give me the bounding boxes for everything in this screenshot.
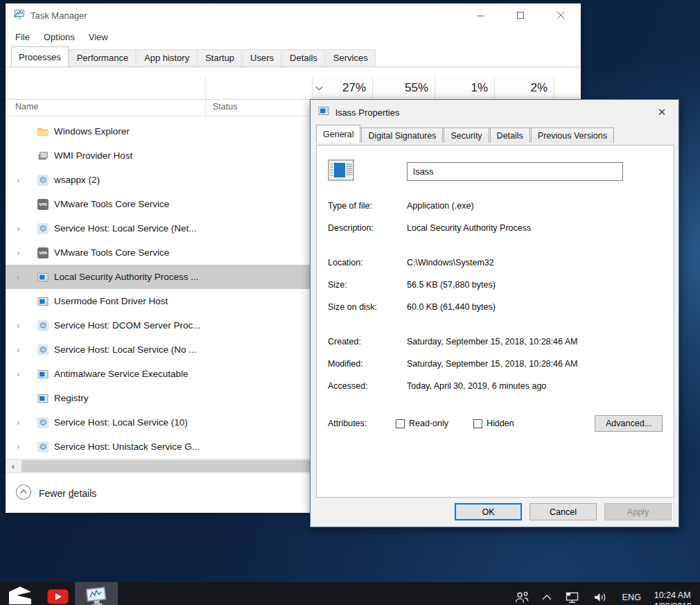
field-label: Modified:: [328, 359, 407, 369]
sort-chevron-down-icon: [315, 86, 323, 91]
minimize-button[interactable]: [460, 3, 500, 27]
advanced-button[interactable]: Advanced...: [595, 415, 663, 432]
window-icon: [37, 296, 49, 307]
tab-details[interactable]: Details: [282, 49, 325, 67]
taskbar-task-manager-button[interactable]: [75, 582, 118, 605]
chevron-up-circle-icon: [15, 484, 32, 503]
field-label: Location:: [328, 258, 407, 268]
dialog-tab-digital-signatures[interactable]: Digital Signatures: [361, 128, 443, 143]
column-header-network[interactable]: 2%: [494, 77, 554, 99]
folder-icon: [37, 126, 49, 137]
dialog-close-icon[interactable]: ✕: [655, 106, 669, 119]
window-icon: [37, 369, 49, 380]
column-header-disk[interactable]: 1%: [435, 77, 494, 99]
menu-item-options[interactable]: Options: [44, 32, 75, 42]
people-icon[interactable]: [508, 587, 536, 605]
column-header-status[interactable]: Status: [213, 102, 237, 112]
process-name: Registry: [54, 393, 89, 403]
column-header-memory[interactable]: 55%: [372, 77, 435, 99]
process-name: Service Host: Local Service (No ...: [54, 344, 197, 355]
task-manager-title: Task Manager: [30, 10, 87, 21]
expand-chevron-icon[interactable]: ›: [17, 418, 25, 427]
field-row-accessed: Accessed:Today, April 30, 2019, 6 minute…: [328, 375, 663, 397]
taskbar-youtube-button[interactable]: [40, 582, 75, 605]
dialog-titlebar: lsass Properties ✕: [310, 100, 679, 125]
column-header-cpu[interactable]: 27%: [312, 77, 372, 99]
field-row-description: Description:Local Security Authority Pro…: [328, 217, 663, 239]
chevron-up-icon[interactable]: [536, 587, 558, 605]
task-manager-app-icon: [14, 8, 25, 22]
maximize-button[interactable]: [500, 3, 541, 27]
menu-item-file[interactable]: File: [15, 32, 30, 42]
start-icon: [8, 586, 33, 605]
file-type-icon: [328, 159, 354, 184]
fewer-details-button[interactable]: Fewer details: [39, 488, 96, 499]
dialog-tab-general[interactable]: General: [316, 125, 360, 143]
dialog-tab-details[interactable]: Details: [490, 128, 530, 143]
clock-date: 4/30/2019: [653, 601, 692, 605]
section-separator: [328, 191, 663, 192]
task-manager-titlebar: Task Manager: [6, 3, 581, 27]
vm-icon: vm: [37, 199, 49, 210]
section-separator: [328, 327, 663, 328]
tab-processes[interactable]: Processes: [11, 46, 69, 67]
process-name: Antimalware Service Executable: [54, 369, 189, 379]
start-button[interactable]: [0, 582, 40, 605]
expand-chevron-icon[interactable]: ›: [17, 442, 25, 451]
field-label: Size:: [328, 280, 407, 290]
gear-icon: ⚙: [37, 441, 49, 453]
menu-item-view[interactable]: View: [89, 32, 108, 42]
field-label: Description:: [328, 223, 407, 233]
expand-chevron-icon[interactable]: ›: [17, 369, 25, 378]
field-value: Today, April 30, 2019, 6 minutes ago: [407, 381, 546, 391]
dialog-tab-security[interactable]: Security: [444, 128, 489, 143]
expand-chevron-icon[interactable]: ›: [17, 248, 25, 257]
process-name: Service Host: Local Service (10): [54, 417, 188, 428]
tab-users[interactable]: Users: [243, 49, 281, 67]
dialog-file-icon: [318, 105, 329, 119]
expand-chevron-icon[interactable]: ›: [17, 345, 25, 354]
dialog-tab-previous-versions[interactable]: Previous Versions: [531, 128, 614, 143]
gear-icon: ⚙: [37, 417, 49, 428]
attributes-row: Attributes: Read-only Hidden Advanced...: [328, 410, 663, 437]
speaker-icon[interactable]: [586, 587, 614, 605]
section-separator: [328, 406, 663, 407]
field-value: Application (.exe): [407, 201, 474, 211]
hidden-checkbox[interactable]: [473, 419, 482, 428]
wmi-icon: [37, 150, 49, 161]
network-icon[interactable]: [558, 587, 586, 605]
column-header-name[interactable]: Name: [15, 102, 38, 112]
field-row-size: Size:56.5 KB (57,880 bytes): [328, 274, 663, 296]
language-indicator[interactable]: ENG: [614, 593, 649, 602]
gear-icon: ⚙: [37, 320, 49, 331]
tab-strip: ProcessesPerformanceApp historyStartupUs…: [6, 46, 581, 67]
process-name: Service Host: Local Service (Net...: [54, 223, 197, 234]
window-icon: [37, 393, 49, 404]
cancel-button[interactable]: Cancel: [530, 503, 597, 520]
scroll-left-arrow[interactable]: ‹: [6, 459, 21, 473]
dialog-tab-strip: GeneralDigital SignaturesSecurityDetails…: [310, 125, 679, 143]
expand-chevron-icon[interactable]: ›: [17, 224, 25, 233]
expand-chevron-icon[interactable]: ›: [17, 272, 25, 281]
readonly-checkbox[interactable]: [396, 419, 405, 428]
field-label: Size on disk:: [328, 302, 407, 312]
close-button[interactable]: [541, 3, 581, 27]
file-name-input[interactable]: [407, 162, 623, 181]
field-row-size-on-disk: Size on disk:60.0 KB (61,440 bytes): [328, 296, 663, 318]
tab-performance[interactable]: Performance: [69, 49, 136, 67]
field-row-created: Created:Saturday, September 15, 2018, 10…: [328, 331, 663, 353]
expand-chevron-icon[interactable]: ›: [17, 175, 25, 184]
apply-button: Apply: [604, 503, 672, 520]
tab-services[interactable]: Services: [326, 49, 376, 67]
field-row-location: Location:C:\Windows\System32: [328, 252, 663, 274]
tab-app-history[interactable]: App history: [137, 49, 197, 67]
taskbar-clock[interactable]: 10:24 AM 4/30/2019: [649, 590, 700, 605]
field-value: C:\Windows\System32: [407, 258, 494, 268]
expand-chevron-icon[interactable]: ›: [17, 321, 25, 330]
general-tab-page: Type of file:Application (.exe)Descripti…: [316, 145, 674, 498]
ok-button[interactable]: OK: [455, 503, 522, 520]
process-name: wsappx (2): [54, 175, 100, 185]
system-tray: ENG 10:24 AM 4/30/2019: [508, 582, 700, 605]
usage-value-disk: 1%: [471, 81, 488, 95]
tab-startup[interactable]: Startup: [198, 49, 242, 67]
